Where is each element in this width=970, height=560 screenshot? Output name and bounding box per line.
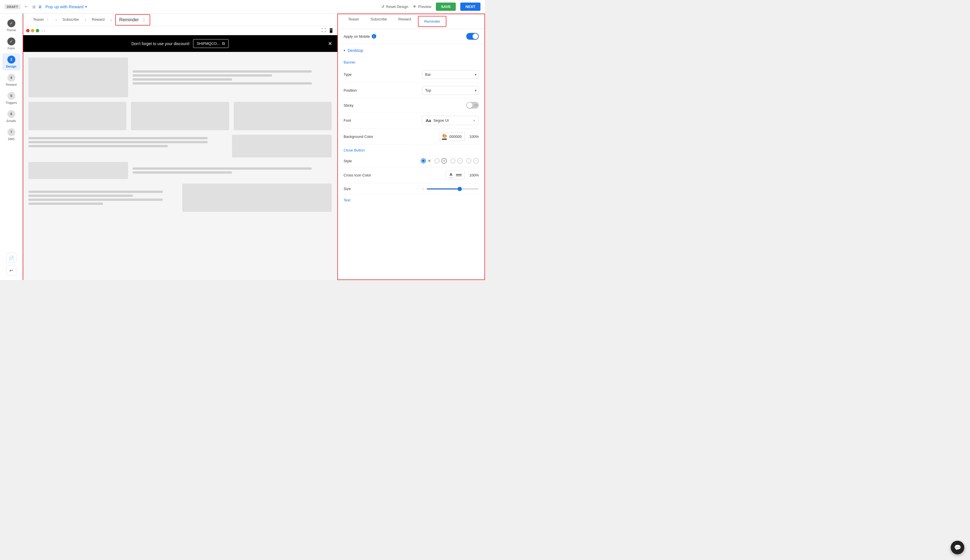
preview-label: Preview	[418, 5, 431, 9]
dot-green	[36, 29, 39, 32]
desktop-section-header[interactable]: ▾ Desktop	[338, 44, 485, 57]
preview-tab-reward[interactable]: Reward	[393, 14, 417, 28]
apply-mobile-toggle[interactable]	[466, 33, 479, 40]
sidebar-item-form[interactable]: ✓ Form	[2, 35, 20, 52]
title-text: Pop up with Reward	[45, 4, 84, 9]
mock-line	[28, 141, 207, 143]
fullscreen-icon[interactable]: ⛶	[321, 28, 326, 33]
sidebar-item-design[interactable]: 3 Design	[2, 53, 20, 70]
preview-tab-subscribe[interactable]: Subscribe	[365, 14, 393, 28]
preview-tabs: Teaser Subscribe Reward Reminder	[338, 14, 485, 29]
position-control: Top Bottom	[422, 86, 479, 95]
theme-icon: ✓	[7, 19, 15, 27]
font-name-label: Segoe UI	[433, 118, 471, 123]
mock-card-3	[131, 102, 229, 130]
mock-line	[28, 203, 103, 205]
sticky-label: Sticky	[344, 103, 353, 108]
reminder-dots[interactable]: ⋮	[142, 17, 146, 22]
mock-card-5	[232, 135, 332, 157]
preview-button[interactable]: 👁 Preview	[413, 5, 431, 9]
step-nav-reminder[interactable]: Reminder ⋮	[115, 14, 150, 25]
field-row-size: Size ⊹	[344, 183, 479, 195]
field-row-cross-color: Cross Icon Color A ffffff 100%	[344, 167, 479, 183]
radio-3	[450, 158, 455, 163]
color-field-cross[interactable]: A ffffff	[445, 171, 465, 180]
size-slider[interactable]	[426, 188, 479, 190]
page-icon: ⊞	[32, 5, 36, 9]
sidebar-item-sms[interactable]: 7 SMS	[2, 126, 20, 143]
step-nav-teaser[interactable]: Teaser ⋮	[28, 13, 54, 26]
info-icon[interactable]: i	[372, 34, 376, 38]
step-nav-teaser-label: Teaser	[33, 17, 44, 22]
position-select-wrapper: Top Bottom	[422, 86, 479, 95]
topbar-right: ↺ Reset Design 👁 Preview SAVE NEXT	[381, 3, 480, 11]
mock-line	[133, 167, 312, 170]
close-style-2[interactable]: ✕	[435, 158, 447, 164]
mobile-icon[interactable]: 📱	[328, 28, 334, 33]
preview-tab-teaser[interactable]: Teaser	[343, 14, 365, 28]
preview-icon: 👁	[413, 5, 416, 9]
mock-lines-4	[28, 183, 178, 212]
sms-icon: 7	[7, 128, 15, 136]
step-nav-reward-label: Reward	[92, 17, 105, 22]
color-field-bg[interactable]: 🎨 000000	[439, 132, 465, 141]
font-control: Aa Segoe UI ▾	[422, 116, 479, 125]
save-button[interactable]: SAVE	[436, 3, 456, 11]
sticky-toggle[interactable]: Off	[466, 102, 479, 108]
cross-color-control: A ffffff 100%	[445, 171, 479, 180]
page-title[interactable]: Pop up with Reward ▾	[45, 4, 87, 9]
mock-line	[133, 82, 312, 85]
form-icon: ✓	[7, 37, 15, 45]
sidebar-item-theme[interactable]: ✓ Theme	[2, 17, 20, 34]
canvas-viewport-icons: ⛶ 📱	[321, 28, 334, 33]
docs-icon[interactable]: 📄	[6, 253, 17, 263]
mock-row-1	[28, 58, 332, 97]
nav-next-icon[interactable]: ›	[44, 28, 45, 33]
sidebar-label-theme: Theme	[6, 28, 16, 32]
copy-icon[interactable]: ⧉	[222, 41, 225, 46]
position-select[interactable]: Top Bottom	[422, 86, 479, 95]
reset-icon: ↺	[381, 5, 385, 9]
bg-color-control: 🎨 000000 100%	[439, 132, 479, 141]
radio-2	[435, 158, 440, 163]
step-nav-reward[interactable]: Reward	[87, 13, 109, 26]
font-label: Font	[344, 118, 351, 123]
coupon-box: SHIPMQCO... ⧉	[193, 39, 229, 48]
back-icon[interactable]: ↩	[6, 265, 17, 275]
sidebar-item-triggers[interactable]: 5 Triggers	[2, 90, 20, 107]
radio-inner-1	[422, 160, 425, 162]
field-row-bg-color: Background Color 🎨 000000 100%	[344, 129, 479, 145]
close-x-3-inner: ✕	[459, 160, 461, 163]
next-button[interactable]: NEXT	[460, 3, 480, 11]
cross-color-a-icon: A	[450, 172, 452, 177]
mock-text-block	[28, 135, 227, 157]
nav-prev-icon[interactable]: ‹	[42, 28, 43, 33]
close-style-3[interactable]: ✕	[450, 158, 463, 164]
sidebar-item-emails[interactable]: 6 Emails	[2, 108, 20, 125]
banner-preview: Don't forget to use your discount! SHIPM…	[23, 35, 337, 52]
dot-yellow	[31, 29, 34, 32]
back-button[interactable]: ←	[24, 4, 29, 10]
preview-tab-reminder[interactable]: Reminder	[418, 16, 447, 27]
emails-icon: 6	[7, 110, 15, 118]
teaser-dots[interactable]: ⋮	[46, 17, 50, 22]
close-style-4[interactable]: ✕	[466, 158, 479, 164]
main-layout: ✓ Theme ✓ Form 3 Design 4 Reward 5 Trigg…	[0, 13, 485, 280]
sidebar-item-reward[interactable]: 4 Reward	[2, 72, 20, 88]
type-select[interactable]: Bar Floating Full Width	[422, 70, 479, 79]
sidebar-label-sms: SMS	[8, 137, 15, 141]
mock-card-7	[182, 183, 332, 212]
mock-line	[133, 70, 312, 73]
mock-row-2	[28, 102, 332, 130]
type-select-wrapper: Bar Floating Full Width	[422, 70, 479, 79]
sticky-toggle-knob	[467, 102, 473, 108]
reset-design-button[interactable]: ↺ Reset Design	[381, 5, 408, 9]
preview-tab-reminder-label: Reminder	[424, 19, 440, 23]
mock-line	[133, 78, 232, 80]
banner-close-icon[interactable]: ✕	[328, 40, 332, 47]
step-nav-subscribe[interactable]: Subscribe	[58, 13, 84, 26]
topbar: DRAFT ← ⊞ 🖥 Pop up with Reward ▾ ↺ Reset…	[0, 0, 485, 13]
close-style-1[interactable]: ✕	[421, 158, 431, 163]
font-select[interactable]: Aa Segoe UI ▾	[422, 116, 479, 125]
mock-card-2	[28, 102, 126, 130]
